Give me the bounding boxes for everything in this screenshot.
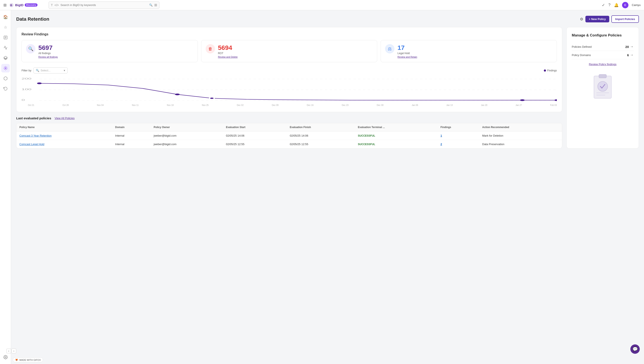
- legal-hold-count: 17: [398, 44, 417, 51]
- policies-defined-label: Policies Defined: [572, 45, 592, 48]
- notifications-icon[interactable]: 🔔: [614, 3, 619, 8]
- chart-container: 200 100 0: [22, 77, 557, 107]
- finding-card-rot: 🗑 5694 ROT Review and Delete: [201, 40, 378, 62]
- status-badge-1: SUCCESSFUL: [358, 143, 375, 146]
- nav-back-button[interactable]: ‹: [6, 349, 11, 353]
- nav-arrows: ‹ ›: [6, 349, 16, 353]
- gifox-badge[interactable]: 🦊 MADE WITH GIFOX: [13, 358, 43, 362]
- nav-forward-button[interactable]: ›: [12, 349, 16, 353]
- review-policy-link[interactable]: Review Policy findings: [572, 63, 634, 66]
- sidebar-item-reports[interactable]: [1, 33, 10, 42]
- chevron-down-icon: ▾: [64, 69, 65, 72]
- code-mode-icon: </>: [54, 4, 59, 7]
- svg-point-16: [175, 94, 180, 95]
- owner-0: jweber@bigid.com: [151, 132, 223, 140]
- filter-select[interactable]: 🔍 Select... ▾: [34, 67, 68, 74]
- svg-point-17: [210, 98, 214, 99]
- sidebar-item-cube[interactable]: [1, 74, 10, 83]
- sidebar-item-data[interactable]: [1, 64, 10, 72]
- svg-text:200: 200: [22, 78, 32, 80]
- svg-text:0: 0: [22, 99, 25, 101]
- col-policy-owner: Policy Owner: [151, 123, 223, 132]
- policy-name-link-0[interactable]: Comcast 3 Year Retention: [20, 134, 52, 137]
- eval-start-0: 02/05/25 14:06: [223, 132, 287, 140]
- legend-label: Findings: [547, 69, 557, 72]
- sidebar-item-layers[interactable]: [1, 54, 10, 62]
- settings-button[interactable]: ⚙: [580, 17, 583, 22]
- findings-num-1[interactable]: 2: [440, 142, 442, 146]
- filter-icon[interactable]: ⊞: [154, 3, 157, 7]
- legal-hold-link[interactable]: Review and Retain: [398, 56, 417, 58]
- text-mode-icon: T: [51, 4, 53, 7]
- sidebar-item-activity[interactable]: [1, 44, 10, 52]
- search-icon[interactable]: 🔍: [149, 4, 152, 6]
- all-findings-icon: 🔍: [26, 44, 36, 54]
- page-header: Data Retention ⚙ + New Policy Import Pol…: [16, 15, 639, 23]
- new-policy-button[interactable]: + New Policy: [586, 16, 609, 22]
- main-content: Data Retention ⚙ + New Policy Import Pol…: [11, 10, 644, 364]
- action-0: Mark for Deletion: [479, 132, 562, 140]
- import-policies-button[interactable]: Import Policies: [612, 15, 639, 23]
- col-domain: Domain: [112, 123, 151, 132]
- help-icon[interactable]: ?: [608, 3, 610, 7]
- policies-header: Last evaluated policies View All Policie…: [16, 116, 562, 120]
- clipboard-illustration: [572, 71, 634, 101]
- sidebar-item-settings[interactable]: [1, 353, 10, 362]
- rot-count: 5694: [218, 44, 238, 51]
- svg-point-19: [554, 99, 557, 101]
- app-logo: B BigID Discovery: [9, 3, 38, 8]
- policies-table-wrapper: Policy Name Domain Policy Owner Evaluati…: [16, 123, 562, 148]
- review-findings-title: Review Findings: [22, 32, 557, 36]
- manage-title: Manage & Configure Policies: [572, 33, 634, 38]
- view-all-policies-link[interactable]: View All Policies: [54, 116, 74, 120]
- check-circle-icon[interactable]: ✓: [602, 3, 605, 8]
- col-findings: Findings: [438, 123, 479, 132]
- policy-domains-row: Policy Domains 6 →: [572, 51, 634, 59]
- manage-configure-panel: Manage & Configure Policies Policies Def…: [566, 27, 639, 148]
- manage-panel: Manage & Configure Policies Policies Def…: [566, 27, 639, 148]
- eval-start-1: 02/05/25 12:55: [223, 140, 287, 148]
- policy-domains-arrow[interactable]: →: [630, 53, 634, 57]
- policy-name-link-1[interactable]: Comcast Legal Hold: [20, 142, 44, 146]
- svg-rect-21: [599, 74, 606, 78]
- username[interactable]: Camyu: [632, 4, 640, 6]
- search-input[interactable]: [60, 4, 148, 6]
- logo-text: BigID: [15, 3, 24, 7]
- content-layout: Review Findings 🔍 5697 All findings Revi…: [16, 27, 639, 148]
- sidebar: 🏠 ☆: [0, 10, 11, 364]
- chart-legend: Findings: [544, 69, 557, 72]
- chat-button[interactable]: 💬: [630, 344, 640, 354]
- table-row: Comcast 3 Year Retention Internal jweber…: [16, 132, 562, 140]
- col-eval-start: Evaluation Start: [223, 123, 287, 132]
- sidebar-item-home[interactable]: 🏠: [1, 13, 10, 21]
- all-findings-link[interactable]: Review all findings: [38, 56, 58, 58]
- avatar[interactable]: C: [622, 2, 628, 8]
- legal-hold-label: Legal Hold: [398, 52, 417, 55]
- col-eval-finish: Evaluation Finish: [287, 123, 355, 132]
- all-findings-count: 5697: [38, 44, 58, 51]
- page-title: Data Retention: [16, 16, 49, 22]
- search-bar[interactable]: T </> 🔍 ⊞: [48, 2, 160, 9]
- sidebar-item-refresh[interactable]: [1, 84, 10, 93]
- grid-icon[interactable]: ⊞: [4, 3, 6, 8]
- col-policy-name: Policy Name: [16, 123, 112, 132]
- svg-point-7: [5, 68, 6, 69]
- policies-table: Policy Name Domain Policy Owner Evaluati…: [16, 123, 562, 148]
- policy-domains-value: 6: [627, 53, 629, 57]
- sidebar-item-favorites[interactable]: ☆: [1, 23, 10, 32]
- policies-defined-arrow[interactable]: →: [630, 45, 634, 48]
- last-evaluated-title: Last evaluated policies: [16, 116, 51, 120]
- svg-point-8: [5, 357, 6, 358]
- legal-hold-icon: ⚖: [385, 44, 394, 54]
- eval-finish-1: 02/05/25 12:55: [287, 140, 355, 148]
- clipboard-svg: [590, 71, 616, 101]
- eval-finish-0: 02/05/25 14:06: [287, 132, 355, 140]
- findings-num-0[interactable]: 1: [440, 134, 442, 137]
- svg-text:B: B: [10, 4, 12, 7]
- all-findings-label: All findings: [38, 52, 58, 55]
- top-nav: ⊞ B BigID Discovery T </> 🔍 ⊞ ✓ ? 🔔 C Ca…: [0, 0, 644, 10]
- action-1: Data Preservation: [479, 140, 562, 148]
- filter-placeholder: Select...: [40, 69, 62, 72]
- rot-label: ROT: [218, 52, 238, 55]
- rot-link[interactable]: Review and Delete: [218, 56, 238, 58]
